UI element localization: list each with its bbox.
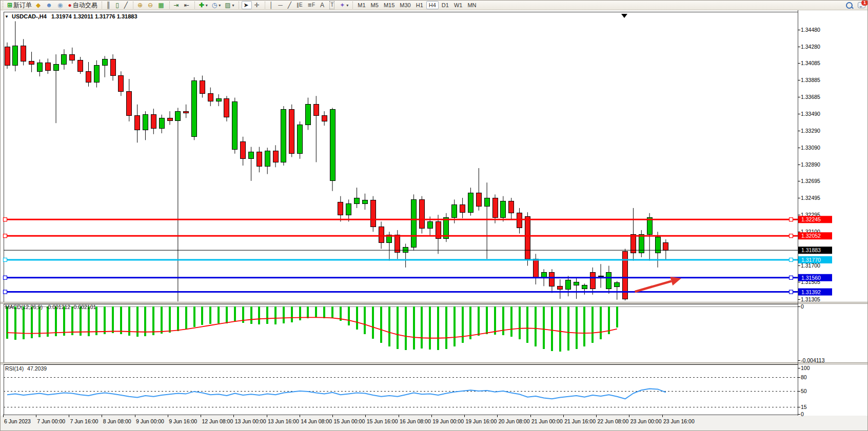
line-handle[interactable] (4, 234, 7, 238)
signal-button[interactable]: ◉ (56, 1, 65, 9)
bull-candle (362, 200, 367, 204)
line-chart-button[interactable]: ╱ (123, 1, 130, 9)
macd-bar (551, 306, 553, 351)
toolbar-grip[interactable] (2, 2, 4, 9)
text-button[interactable]: A (319, 1, 327, 9)
chat-icon[interactable]: 1 (858, 2, 865, 8)
auto-trading-icon: ● (68, 2, 71, 9)
bear-candle (127, 92, 132, 115)
toolbar-separator (239, 2, 239, 9)
timeframe-h1-button[interactable]: H1 (414, 1, 425, 9)
text-label-button[interactable]: T (328, 1, 337, 9)
bar-chart-button[interactable]: ║ (105, 1, 113, 9)
line-handle[interactable] (790, 290, 793, 294)
candlestick-chart-button[interactable]: ▯ (114, 1, 122, 9)
bull-candle (403, 247, 408, 252)
horizontal-line-button[interactable]: ─ (277, 1, 285, 9)
vertical-line-button[interactable]: │ (268, 1, 276, 9)
bear-candle (517, 213, 522, 228)
tile-windows-button[interactable]: ▦ (156, 1, 166, 9)
time-tick-label: 9 Jun 16:00 (169, 418, 197, 424)
timeframe-h4-button[interactable]: H4 (426, 1, 439, 9)
crosshair-icon: ✛ (254, 2, 260, 9)
templates-button[interactable]: ▨▾ (223, 1, 235, 9)
periods-button[interactable]: ◷▾ (210, 1, 223, 9)
chart-shift-button[interactable]: ⇤ (183, 1, 192, 9)
template-icon: ▨ (225, 2, 230, 9)
price-level-badge: 1.32245 (798, 216, 832, 223)
bear-candle (370, 200, 376, 227)
indicators-icon: ✚ (199, 2, 204, 9)
svg-text:1.31770: 1.31770 (801, 257, 821, 263)
chart-dropdown-icon[interactable]: ▼ (5, 14, 9, 19)
price-tick-label: 1.33290 (801, 128, 820, 134)
bull-candle (346, 204, 351, 215)
bull-candle (427, 221, 432, 228)
bear-candle (460, 204, 465, 212)
bear-candle (78, 60, 83, 72)
charts-menu-button[interactable]: ◆ (34, 1, 43, 9)
price-tick-label: 1.33885 (801, 77, 820, 83)
zoom-in-button[interactable]: ⊕ (136, 1, 145, 9)
line-handle[interactable] (790, 234, 793, 238)
new-order-button[interactable]: ⊞ 新订单 (6, 1, 33, 9)
zoom-out-button[interactable]: ⊖ (146, 1, 155, 9)
bear-candle (119, 75, 124, 91)
toolbar: ⊞ 新订单 ◆ ☻ ◉ ● 自动交易 ║ ▯ ╱ ⊕ ⊖ ▦ ⇥ ⇤ ✚▾ ◷▾… (1, 1, 868, 10)
line-handle[interactable] (4, 218, 7, 221)
macd-bar (95, 306, 97, 335)
crosshair-button[interactable]: ✛ (253, 1, 262, 9)
main-pane[interactable] (4, 12, 798, 302)
rsi-name: RSI(14) (5, 365, 24, 372)
chart-ohlc-values: 1.31974 1.32011 1.31776 1.31883 (51, 13, 137, 19)
macd-pane[interactable] (4, 304, 798, 362)
timeframe-d1-button[interactable]: D1 (440, 1, 451, 9)
line-handle[interactable] (790, 276, 793, 279)
bull-candle (452, 204, 457, 217)
line-handle[interactable] (4, 290, 7, 294)
chart-canvas[interactable]: 1.344801.342801.340851.338851.336851.334… (1, 10, 868, 431)
text-icon: A (320, 2, 324, 9)
timeframe-m15-button[interactable]: M15 (382, 1, 397, 9)
timeframe-w1-button[interactable]: W1 (452, 1, 465, 9)
arrows-button[interactable]: ✦▾ (338, 1, 350, 9)
fibonacci-button[interactable]: ≣F (306, 1, 318, 9)
macd-bar (453, 306, 456, 346)
macd-bar (169, 306, 171, 333)
timeframe-mn-button[interactable]: MN (465, 1, 478, 9)
line-handle[interactable] (790, 258, 793, 261)
equidistant-channel-button[interactable]: ∥E (295, 1, 305, 9)
bear-candle (208, 93, 213, 101)
macd-bar (193, 306, 195, 327)
gold-chart-icon: ◆ (36, 2, 41, 9)
bar-chart-icon: ║ (106, 2, 111, 9)
macd-bar (234, 306, 236, 322)
price-tick-label: 80 (801, 374, 807, 380)
timeframe-m5-button[interactable]: M5 (369, 1, 381, 9)
search-icon[interactable] (846, 2, 853, 9)
line-handle[interactable] (4, 276, 7, 279)
price-level-badge: 1.32052 (798, 232, 832, 239)
price-tick-label: 50 (801, 388, 807, 394)
bull-candle (143, 115, 148, 130)
time-tick-label: 21 Jun 16:00 (564, 418, 596, 424)
macd-bar (405, 306, 407, 350)
bull-candle (574, 282, 579, 285)
auto-trading-button[interactable]: ● 自动交易 (66, 1, 98, 9)
trendline-button[interactable]: ╱ (286, 1, 294, 9)
time-tick-label: 16 Jun 08:00 (400, 418, 431, 424)
indicators-button[interactable]: ✚▾ (198, 1, 209, 9)
cursor-button[interactable]: ➤ (242, 1, 252, 9)
line-handle[interactable] (790, 218, 793, 221)
svg-text:1.32245: 1.32245 (801, 216, 821, 222)
auto-scroll-button[interactable]: ⇥ (172, 1, 182, 9)
profile-button[interactable]: ☻ (44, 1, 55, 9)
line-handle[interactable] (4, 258, 7, 261)
toolbar-separator (265, 2, 265, 9)
bull-candle (62, 54, 67, 65)
macd-bar (323, 306, 325, 318)
timeframe-m1-button[interactable]: M1 (356, 1, 367, 9)
bear-candle (184, 111, 189, 113)
timeframe-m30-button[interactable]: M30 (398, 1, 412, 9)
macd-bar (112, 306, 114, 333)
